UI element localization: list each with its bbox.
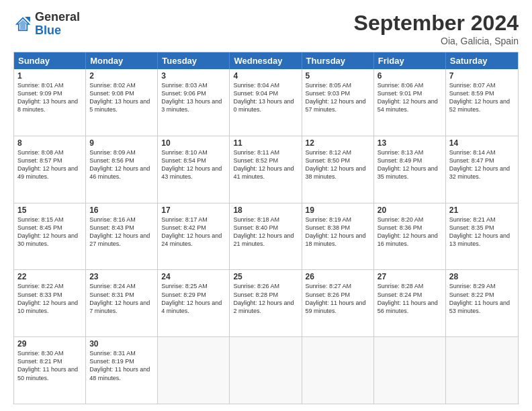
day-number: 9	[89, 138, 154, 148]
calendar-header: Sunday Monday Tuesday Wednesday Thursday…	[14, 52, 518, 69]
header-wednesday: Wednesday	[230, 52, 302, 69]
day-number: 21	[449, 205, 515, 215]
day-number: 10	[161, 138, 226, 148]
cell-info: Sunrise: 8:12 AMSunset: 8:50 PMDaylight:…	[306, 148, 370, 181]
cell-info: Sunrise: 8:08 AMSunset: 8:57 PMDaylight:…	[17, 148, 82, 181]
header-tuesday: Tuesday	[158, 52, 230, 69]
day-number: 15	[17, 205, 82, 215]
calendar-cell-3-3: 18Sunrise: 8:18 AMSunset: 8:40 PMDayligh…	[230, 203, 302, 270]
header-monday: Monday	[86, 52, 158, 69]
day-number: 12	[306, 138, 370, 148]
day-number: 20	[378, 205, 442, 215]
header-saturday: Saturday	[446, 52, 518, 69]
title-block: September 2024 Oia, Galicia, Spain	[354, 11, 519, 46]
logo-icon	[13, 15, 32, 34]
calendar-cell-3-2: 17Sunrise: 8:17 AMSunset: 8:42 PMDayligh…	[158, 203, 230, 270]
day-number: 18	[233, 205, 298, 215]
calendar-cell-2-6: 14Sunrise: 8:14 AMSunset: 8:47 PMDayligh…	[446, 136, 518, 203]
calendar-cell-4-5: 27Sunrise: 8:28 AMSunset: 8:24 PMDayligh…	[374, 270, 446, 336]
calendar-cell-5-0: 29Sunrise: 8:30 AMSunset: 8:21 PMDayligh…	[14, 337, 86, 404]
day-number: 24	[161, 272, 226, 281]
cell-info: Sunrise: 8:11 AMSunset: 8:52 PMDaylight:…	[233, 148, 298, 181]
calendar-cell-1-5: 6Sunrise: 8:06 AMSunset: 9:01 PMDaylight…	[374, 69, 446, 136]
calendar-body: 1Sunrise: 8:01 AMSunset: 9:09 PMDaylight…	[14, 69, 518, 404]
cell-info: Sunrise: 8:14 AMSunset: 8:47 PMDaylight:…	[449, 148, 515, 181]
calendar-cell-1-4: 5Sunrise: 8:05 AMSunset: 9:03 PMDaylight…	[302, 69, 374, 136]
day-number: 13	[378, 138, 442, 148]
day-number: 28	[449, 272, 515, 281]
calendar-cell-4-1: 23Sunrise: 8:24 AMSunset: 8:31 PMDayligh…	[86, 270, 158, 336]
day-number: 8	[17, 138, 82, 148]
calendar-row-1: 1Sunrise: 8:01 AMSunset: 9:09 PMDaylight…	[14, 69, 518, 136]
day-number: 19	[306, 205, 370, 215]
cell-info: Sunrise: 8:26 AMSunset: 8:28 PMDaylight:…	[233, 282, 298, 315]
calendar-cell-1-3: 4Sunrise: 8:04 AMSunset: 9:04 PMDaylight…	[230, 69, 302, 136]
calendar-cell-2-1: 9Sunrise: 8:09 AMSunset: 8:56 PMDaylight…	[86, 136, 158, 203]
day-number: 27	[378, 272, 442, 281]
cell-info: Sunrise: 8:30 AMSunset: 8:21 PMDaylight:…	[17, 349, 82, 382]
logo: General Blue	[13, 11, 80, 38]
cell-info: Sunrise: 8:10 AMSunset: 8:54 PMDaylight:…	[161, 148, 226, 181]
cell-info: Sunrise: 8:04 AMSunset: 9:04 PMDaylight:…	[233, 81, 298, 114]
cell-info: Sunrise: 8:09 AMSunset: 8:56 PMDaylight:…	[89, 148, 154, 181]
calendar-row-2: 8Sunrise: 8:08 AMSunset: 8:57 PMDaylight…	[14, 136, 518, 203]
calendar-cell-4-2: 24Sunrise: 8:25 AMSunset: 8:29 PMDayligh…	[158, 270, 230, 336]
day-number: 30	[89, 339, 154, 349]
cell-info: Sunrise: 8:24 AMSunset: 8:31 PMDaylight:…	[89, 282, 154, 315]
cell-info: Sunrise: 8:01 AMSunset: 9:09 PMDaylight:…	[17, 81, 82, 114]
cell-info: Sunrise: 8:07 AMSunset: 8:59 PMDaylight:…	[449, 81, 515, 114]
header-friday: Friday	[374, 52, 446, 69]
cell-info: Sunrise: 8:22 AMSunset: 8:33 PMDaylight:…	[17, 282, 82, 315]
day-number: 29	[17, 339, 82, 349]
logo-general-text: General	[35, 11, 80, 24]
calendar-cell-3-5: 20Sunrise: 8:20 AMSunset: 8:36 PMDayligh…	[374, 203, 446, 270]
header: General Blue September 2024 Oia, Galicia…	[13, 11, 519, 46]
calendar-cell-5-4	[302, 337, 374, 404]
day-number: 11	[233, 138, 298, 148]
cell-info: Sunrise: 8:02 AMSunset: 9:08 PMDaylight:…	[89, 81, 154, 114]
calendar-cell-1-6: 7Sunrise: 8:07 AMSunset: 8:59 PMDaylight…	[446, 69, 518, 136]
calendar-cell-5-2	[158, 337, 230, 404]
calendar-cell-5-6	[446, 337, 518, 404]
calendar-row-3: 15Sunrise: 8:15 AMSunset: 8:45 PMDayligh…	[14, 203, 518, 270]
cell-info: Sunrise: 8:15 AMSunset: 8:45 PMDaylight:…	[17, 216, 82, 248]
cell-info: Sunrise: 8:18 AMSunset: 8:40 PMDaylight:…	[233, 216, 298, 248]
day-number: 2	[89, 71, 154, 81]
calendar-cell-4-0: 22Sunrise: 8:22 AMSunset: 8:33 PMDayligh…	[14, 270, 86, 336]
header-thursday: Thursday	[302, 52, 374, 69]
calendar-row-4: 22Sunrise: 8:22 AMSunset: 8:33 PMDayligh…	[14, 269, 518, 336]
cell-info: Sunrise: 8:16 AMSunset: 8:43 PMDaylight:…	[89, 216, 154, 248]
calendar-cell-2-3: 11Sunrise: 8:11 AMSunset: 8:52 PMDayligh…	[230, 136, 302, 203]
day-number: 22	[17, 272, 82, 281]
day-number: 6	[378, 71, 442, 81]
calendar-cell-2-4: 12Sunrise: 8:12 AMSunset: 8:50 PMDayligh…	[302, 136, 374, 203]
cell-info: Sunrise: 8:29 AMSunset: 8:22 PMDaylight:…	[449, 282, 515, 315]
cell-info: Sunrise: 8:25 AMSunset: 8:29 PMDaylight:…	[161, 282, 226, 315]
calendar-cell-4-4: 26Sunrise: 8:27 AMSunset: 8:26 PMDayligh…	[302, 270, 374, 336]
location-subtitle: Oia, Galicia, Spain	[354, 36, 519, 46]
cell-info: Sunrise: 8:06 AMSunset: 9:01 PMDaylight:…	[378, 81, 442, 114]
cell-info: Sunrise: 8:05 AMSunset: 9:03 PMDaylight:…	[306, 81, 370, 114]
day-number: 16	[89, 205, 154, 215]
calendar-cell-5-1: 30Sunrise: 8:31 AMSunset: 8:19 PMDayligh…	[86, 337, 158, 404]
cell-info: Sunrise: 8:28 AMSunset: 8:24 PMDaylight:…	[378, 282, 442, 315]
calendar: Sunday Monday Tuesday Wednesday Thursday…	[13, 52, 519, 404]
calendar-cell-3-4: 19Sunrise: 8:19 AMSunset: 8:38 PMDayligh…	[302, 203, 374, 270]
calendar-cell-2-2: 10Sunrise: 8:10 AMSunset: 8:54 PMDayligh…	[158, 136, 230, 203]
calendar-cell-1-1: 2Sunrise: 8:02 AMSunset: 9:08 PMDaylight…	[86, 69, 158, 136]
cell-info: Sunrise: 8:21 AMSunset: 8:35 PMDaylight:…	[449, 216, 515, 248]
day-number: 1	[17, 71, 82, 81]
cell-info: Sunrise: 8:31 AMSunset: 8:19 PMDaylight:…	[89, 349, 154, 382]
calendar-cell-1-2: 3Sunrise: 8:03 AMSunset: 9:06 PMDaylight…	[158, 69, 230, 136]
cell-info: Sunrise: 8:17 AMSunset: 8:42 PMDaylight:…	[161, 216, 226, 248]
calendar-cell-5-3	[230, 337, 302, 404]
page: General Blue September 2024 Oia, Galicia…	[0, 0, 532, 411]
calendar-cell-3-1: 16Sunrise: 8:16 AMSunset: 8:43 PMDayligh…	[86, 203, 158, 270]
day-number: 26	[306, 272, 370, 281]
day-number: 14	[449, 138, 515, 148]
month-title: September 2024	[354, 11, 519, 36]
cell-info: Sunrise: 8:20 AMSunset: 8:36 PMDaylight:…	[378, 216, 442, 248]
calendar-cell-1-0: 1Sunrise: 8:01 AMSunset: 9:09 PMDaylight…	[14, 69, 86, 136]
logo-text: General Blue	[35, 11, 80, 38]
cell-info: Sunrise: 8:19 AMSunset: 8:38 PMDaylight:…	[306, 216, 370, 248]
